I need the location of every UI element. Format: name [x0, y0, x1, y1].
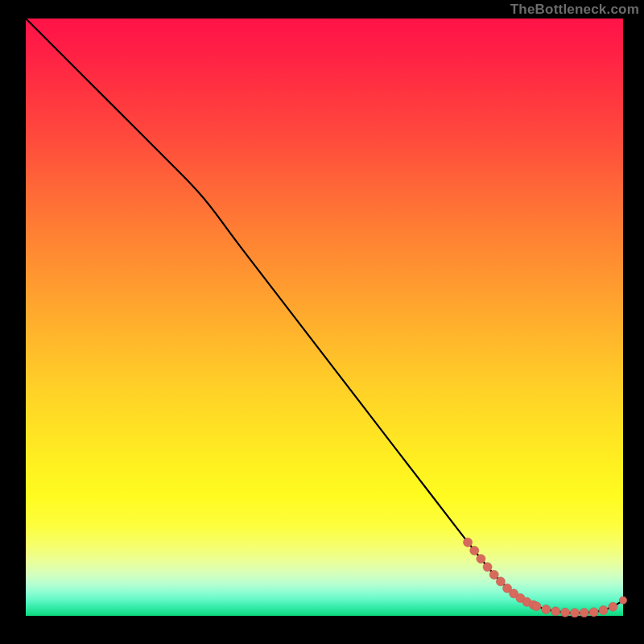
marker-dot — [464, 538, 473, 547]
marker-dot — [570, 609, 579, 617]
marker-dot — [619, 597, 626, 604]
highlighted-markers — [464, 538, 627, 617]
marker-dot — [483, 563, 492, 572]
marker-dot — [589, 608, 598, 617]
attribution-text: TheBottleneck.com — [510, 0, 639, 19]
plot-area — [26, 19, 623, 616]
marker-dot — [609, 602, 617, 611]
marker-dot — [542, 605, 551, 613]
marker-dot — [561, 608, 570, 617]
marker-dot — [489, 570, 498, 579]
marker-dot — [496, 577, 505, 586]
chart-stage: TheBottleneck.com — [0, 0, 644, 644]
marker-dot — [477, 555, 485, 564]
marker-dot — [580, 609, 588, 617]
marker-dot — [599, 606, 608, 615]
chart-svg — [26, 19, 623, 616]
marker-dot — [551, 607, 560, 616]
bottleneck-curve — [26, 19, 623, 613]
marker-dot — [470, 546, 479, 555]
marker-dot — [532, 602, 541, 611]
